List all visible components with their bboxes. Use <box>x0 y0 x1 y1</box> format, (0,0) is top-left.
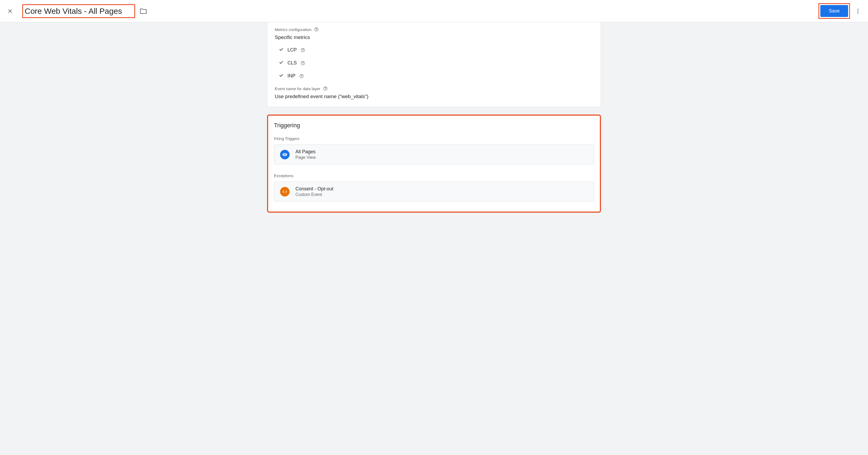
event-name-label-text: Event name for data layer <box>275 86 320 91</box>
metric-item: INP <box>278 69 593 82</box>
metric-name: INP <box>287 73 296 79</box>
exceptions-label: Exceptions <box>274 173 594 178</box>
metric-item: CLS <box>278 56 593 69</box>
save-button-highlight: Save <box>818 3 850 19</box>
check-icon <box>278 47 284 53</box>
metrics-config-label-text: Metrics configuration <box>275 27 311 32</box>
header-bar: Save <box>0 0 868 22</box>
save-button[interactable]: Save <box>820 5 848 17</box>
trigger-name: All Pages <box>296 149 316 154</box>
firing-trigger-row[interactable]: All Pages Page View <box>274 144 594 164</box>
svg-point-1 <box>858 10 859 12</box>
help-icon[interactable] <box>314 27 319 32</box>
svg-point-2 <box>858 12 859 13</box>
exception-trigger-row[interactable]: Consent - Opt-out Custom Event <box>274 181 594 201</box>
trigger-name: Consent - Opt-out <box>296 186 333 192</box>
custom-event-icon <box>280 187 289 197</box>
trigger-type: Page View <box>296 155 316 160</box>
page-view-icon <box>280 150 289 159</box>
tag-name-input[interactable] <box>23 6 134 17</box>
help-icon[interactable] <box>299 74 304 79</box>
help-icon[interactable] <box>301 48 305 53</box>
triggering-heading: Triggering <box>274 122 594 129</box>
metric-name: CLS <box>287 60 297 66</box>
check-icon <box>278 60 284 66</box>
tag-name-highlight <box>22 4 135 18</box>
metric-item: LCP <box>278 44 593 56</box>
check-icon <box>278 73 284 79</box>
event-name-label: Event name for data layer <box>275 86 593 91</box>
firing-triggers-label: Firing Triggers <box>274 136 594 141</box>
metrics-config-label: Metrics configuration <box>275 27 593 32</box>
triggering-card: Triggering Firing Triggers All Pages Pag… <box>267 115 601 212</box>
svg-point-0 <box>858 9 859 10</box>
metrics-list: LCP CLS INP <box>275 44 593 82</box>
help-icon[interactable] <box>301 61 305 65</box>
help-icon[interactable] <box>323 86 328 91</box>
event-name-value: Use predefined event name ("web_vitals") <box>275 94 593 99</box>
metrics-config-value: Specific metrics <box>275 34 593 40</box>
event-name-section: Event name for data layer Use predefined… <box>275 86 593 99</box>
content-area: Metrics configuration Specific metrics L… <box>267 22 601 212</box>
folder-icon[interactable] <box>140 7 147 15</box>
more-options-icon[interactable] <box>854 7 862 15</box>
trigger-type: Custom Event <box>296 192 333 197</box>
metric-name: LCP <box>287 47 297 53</box>
close-icon[interactable] <box>6 7 14 15</box>
tag-configuration-card: Metrics configuration Specific metrics L… <box>267 22 601 107</box>
